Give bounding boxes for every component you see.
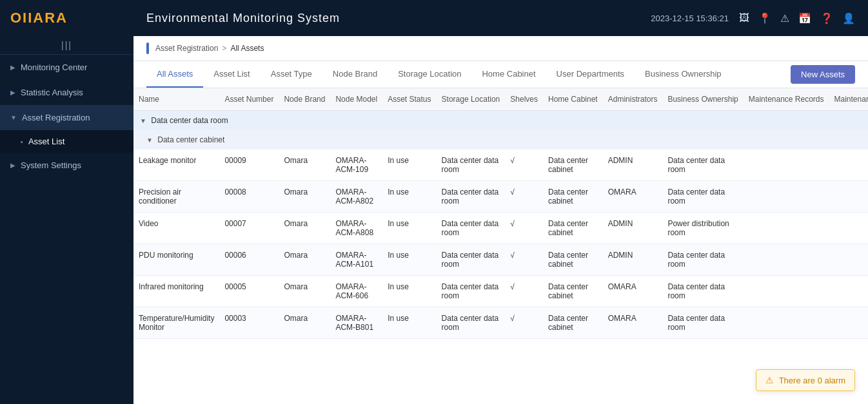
group-label: Data center data room [151,116,228,125]
cell-maintenance-2 [829,149,868,181]
cell-node-brand: Omara [279,213,330,244]
cell-shelves: √ [505,181,543,213]
cell-maintenance-1 [744,149,829,181]
cell-maintenance-1 [744,307,829,339]
calendar-icon[interactable]: 📅 [798,12,811,24]
image-icon[interactable]: 🖼 [739,12,749,24]
col-storage-location: Storage Location [437,88,506,111]
tab-asset-type[interactable]: Asset Type [261,61,322,88]
cell-asset-status: In use [382,244,436,276]
cell-maintenance-1 [744,244,829,276]
arrow-icon: ▶ [10,64,15,71]
cell-node-model: OMARA-ACM-A101 [330,244,382,276]
table-row: Leakage monitor 00009 Omara OMARA-ACM-10… [133,149,868,181]
tab-home-cabinet[interactable]: Home Cabinet [471,61,546,88]
table-row: Precision air conditioner 00008 Omara OM… [133,181,868,213]
cell-storage-location: Data center data room [437,149,506,181]
tab-node-brand[interactable]: Node Brand [322,61,388,88]
cell-asset-number: 00007 [219,213,279,244]
cell-business-ownership: Power distribution room [662,213,743,244]
cell-home-cabinet: Data center cabinet [543,307,603,339]
col-business-ownership: Business Ownership [662,88,743,111]
cell-maintenance-2 [829,244,868,276]
new-assets-button[interactable]: New Assets [791,65,855,84]
cell-storage-location: Data center data room [437,276,506,307]
cell-shelves: √ [505,213,543,244]
tab-asset-list[interactable]: Asset List [203,61,260,88]
group-row-data-center[interactable]: ▼ Data center data room [133,111,868,131]
col-node-brand: Node Brand [279,88,330,111]
cell-administrators: ADMIN [603,149,663,181]
cell-business-ownership: Data center data room [662,307,743,339]
cell-asset-status: In use [382,149,436,181]
alarm-bar: ⚠ There are 0 alarm [756,369,855,391]
arrow-icon: ▶ [10,162,15,169]
cell-asset-number: 00009 [219,149,279,181]
group-row-data-cabinet[interactable]: ▼ Data center cabinet [133,130,868,149]
cell-maintenance-2 [829,181,868,213]
cell-storage-location: Data center data room [437,307,506,339]
group-triangle-icon: ▼ [146,137,153,144]
cell-name: Infrared monitoring [133,276,219,307]
sidebar-item-system-settings[interactable]: ▶ System Settings [0,153,133,178]
cell-maintenance-2 [829,213,868,244]
alarm-warning-icon: ⚠ [765,375,774,385]
main-content: Environmental Monitoring System 2023-12-… [133,0,868,404]
cell-name: Temperature/Humidity Monitor [133,307,219,339]
col-shelves: Shelves [505,88,543,111]
cell-shelves: √ [505,149,543,181]
tabs-list: All Assets Asset List Asset Type Node Br… [146,61,732,88]
sidebar-subitem-label: Asset List [28,137,64,146]
cell-asset-number: 00005 [219,276,279,307]
col-node-model: Node Model [330,88,382,111]
tab-all-assets[interactable]: All Assets [146,61,203,88]
cell-shelves: √ [505,307,543,339]
sidebar-item-monitoring-center[interactable]: ▶ Monitoring Center [0,55,133,80]
cell-node-model: OMARA-ACM-109 [330,149,382,181]
cell-node-brand: Omara [279,181,330,213]
location-icon[interactable]: 📍 [758,12,771,24]
tab-business-ownership[interactable]: Business Ownership [635,61,732,88]
cell-asset-status: In use [382,181,436,213]
col-name: Name [133,88,219,111]
sidebar-item-label: Monitoring Center [21,63,87,72]
cell-home-cabinet: Data center cabinet [543,244,603,276]
cell-shelves: √ [505,244,543,276]
cell-home-cabinet: Data center cabinet [543,213,603,244]
col-maintenance-records-2: Maintenance Records [829,88,868,111]
header-right: 2023-12-15 15:36:21 🖼 📍 ⚠ 📅 ❓ 👤 [651,12,855,24]
cell-asset-status: In use [382,213,436,244]
breadcrumb-current: All Assets [230,44,264,53]
help-icon[interactable]: ❓ [820,12,833,24]
cell-administrators: ADMIN [603,213,663,244]
sidebar-item-asset-list[interactable]: ▪ Asset List [0,130,133,153]
sidebar-item-statistic-analysis[interactable]: ▶ Statistic Analysis [0,80,133,105]
table-row: PDU monitoring 00006 Omara OMARA-ACM-A10… [133,244,868,276]
collapse-bar[interactable]: ||| [0,36,133,55]
cell-maintenance-1 [744,276,829,307]
cell-node-model: OMARA-ACM-606 [330,276,382,307]
alert-icon[interactable]: ⚠ [780,12,789,24]
cell-name: PDU monitoring [133,244,219,276]
cell-maintenance-2 [829,276,868,307]
tab-storage-location[interactable]: Storage Location [388,61,471,88]
cell-administrators: OMARA [603,307,663,339]
arrow-icon: ▼ [10,114,17,121]
sidebar-item-asset-registration[interactable]: ▼ Asset Registration [0,105,133,130]
user-icon[interactable]: 👤 [842,12,855,24]
cell-node-model: OMARA-ACM-A808 [330,213,382,244]
breadcrumb-parent[interactable]: Asset Registration [155,44,218,53]
table-row: Infrared monitoring 00005 Omara OMARA-AC… [133,276,868,307]
cell-node-model: OMARA-ACM-B801 [330,307,382,339]
col-maintenance-records-1: Maintenance Records [744,88,829,111]
cell-storage-location: Data center data room [437,213,506,244]
cell-business-ownership: Data center data room [662,276,743,307]
cell-name: Leakage monitor [133,149,219,181]
sidebar-item-label: Asset Registration [22,113,90,122]
tab-user-departments[interactable]: User Departments [546,61,635,88]
cell-maintenance-1 [744,181,829,213]
sidebar-item-label: Statistic Analysis [21,88,83,97]
cell-business-ownership: Data center data room [662,244,743,276]
cell-asset-number: 00003 [219,307,279,339]
cell-home-cabinet: Data center cabinet [543,181,603,213]
